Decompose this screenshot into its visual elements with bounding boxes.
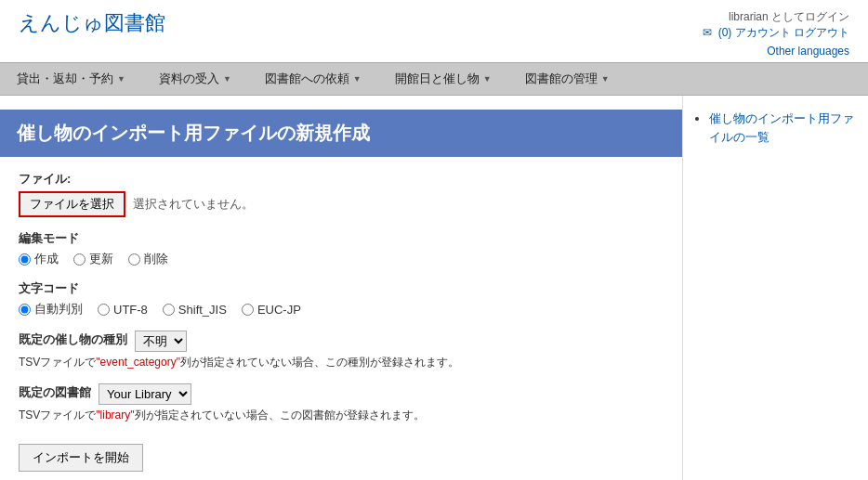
radio-update[interactable]: 更新 (73, 251, 113, 267)
radio-sjis-input[interactable] (163, 304, 175, 316)
char-code-label: 文字コード (19, 280, 664, 297)
radio-utf8[interactable]: UTF-8 (98, 303, 148, 317)
radio-eucjp-label: EUC-JP (257, 303, 301, 317)
nav-item-lending[interactable]: 貸出・返却・予約 ▼ (0, 63, 142, 95)
site-title[interactable]: えんじゅ図書館 (19, 9, 165, 37)
default-library-select[interactable]: Your Library (99, 383, 191, 405)
nav-arrow-acquisition: ▼ (223, 74, 231, 84)
no-file-text: 選択されていません。 (133, 196, 254, 213)
other-languages-link[interactable]: Other languages (703, 45, 849, 58)
content: 催し物のインポート用ファイルの新規作成 ファイル: ファイルを選択 選択されてい… (0, 96, 682, 480)
library-note-prefix: TSVファイルで (19, 409, 96, 422)
mail-icon: ✉ (703, 26, 712, 39)
category-note-suffix: 列が指定されていない場合、この種別が登録されます。 (180, 356, 459, 369)
radio-eucjp[interactable]: EUC-JP (242, 303, 301, 317)
radio-eucjp-input[interactable] (242, 304, 254, 316)
nav-item-acquisition[interactable]: 資料の受入 ▼ (142, 63, 248, 95)
nav-arrow-request: ▼ (353, 74, 362, 84)
radio-delete-input[interactable] (128, 253, 140, 266)
radio-create-label: 作成 (34, 251, 59, 267)
nav-arrow-events: ▼ (483, 74, 492, 84)
radio-utf8-label: UTF-8 (113, 303, 148, 317)
nav-label-acquisition: 資料の受入 (159, 71, 219, 87)
main: 催し物のインポート用ファイルの新規作成 ファイル: ファイルを選択 選択されてい… (0, 96, 868, 480)
default-category-label: 既定の催し物の種別 (19, 331, 127, 348)
navbar: 貸出・返却・予約 ▼ 資料の受入 ▼ 図書館への依頼 ▼ 開館日と催し物 ▼ 図… (0, 62, 868, 96)
radio-sjis[interactable]: Shift_JIS (163, 303, 227, 317)
file-row: ファイルを選択 選択されていません。 (19, 191, 664, 217)
default-library-section: 既定の図書館 Your Library TSVファイルで"library"列が指… (19, 383, 664, 423)
default-category-select[interactable]: 不明 (135, 331, 187, 352)
library-note-column: "library" (96, 409, 134, 422)
nav-item-request[interactable]: 図書館への依頼 ▼ (248, 63, 378, 95)
header: えんじゅ図書館 librarian としてログイン ✉ (0) アカウント ログ… (0, 0, 868, 62)
messages-link[interactable]: (0) (718, 26, 732, 39)
page-title: 催し物のインポート用ファイルの新規作成 (0, 110, 682, 157)
import-button[interactable]: インポートを開始 (19, 444, 143, 472)
default-category-section: 既定の催し物の種別 不明 TSVファイルで"event_category"列が指… (19, 331, 664, 370)
nav-label-management: 図書館の管理 (525, 71, 598, 87)
nav-arrow-management: ▼ (601, 74, 610, 84)
import-section: インポートを開始 (19, 436, 664, 472)
library-note-suffix: 列が指定されていない場合、この図書館が登録されます。 (135, 409, 425, 422)
sidebar: 催し物のインポート用ファイルの一覧 (682, 96, 868, 480)
nav-label-events: 開館日と催し物 (395, 71, 480, 87)
sidebar-link-import-list[interactable]: 催し物のインポート用ファイルの一覧 (709, 111, 854, 144)
file-label: ファイル: (19, 171, 664, 188)
logout-link[interactable]: ログアウト (794, 26, 849, 39)
edit-mode-group: 作成 更新 削除 (19, 251, 664, 267)
char-code-section: 文字コード 自動判別 UTF-8 Shift_JIS EUC-JP (19, 280, 664, 318)
library-note: TSVファイルで"library"列が指定されていない場合、この図書館が登録され… (19, 408, 664, 423)
sidebar-list: 催し物のインポート用ファイルの一覧 (692, 110, 859, 146)
librarian-name: librarian としてログイン (729, 10, 849, 23)
category-note-prefix: TSVファイルで (19, 356, 96, 369)
category-note: TSVファイルで"event_category"列が指定されていない場合、この種… (19, 355, 664, 370)
nav-item-events[interactable]: 開館日と催し物 ▼ (378, 63, 508, 95)
list-item: 催し物のインポート用ファイルの一覧 (709, 110, 859, 146)
radio-sjis-label: Shift_JIS (178, 303, 227, 317)
nav-arrow-lending: ▼ (117, 74, 125, 84)
radio-update-label: 更新 (89, 251, 113, 267)
file-choose-button[interactable]: ファイルを選択 (19, 191, 125, 217)
account-link[interactable]: アカウント (735, 26, 791, 39)
radio-create-input[interactable] (19, 253, 31, 266)
user-info: librarian としてログイン ✉ (0) アカウント ログアウト Othe… (703, 9, 849, 58)
radio-auto[interactable]: 自動判別 (19, 301, 83, 318)
radio-create[interactable]: 作成 (19, 251, 59, 267)
nav-item-management[interactable]: 図書館の管理 ▼ (508, 63, 626, 95)
edit-mode-label: 編集モード (19, 230, 664, 247)
user-links: ✉ (0) アカウント ログアウト (703, 25, 849, 41)
edit-mode-section: 編集モード 作成 更新 削除 (19, 230, 664, 267)
category-note-column: "event_category" (96, 356, 180, 369)
char-code-group: 自動判別 UTF-8 Shift_JIS EUC-JP (19, 301, 664, 318)
radio-auto-input[interactable] (19, 304, 31, 316)
radio-update-input[interactable] (73, 253, 85, 266)
file-section: ファイル: ファイルを選択 選択されていません。 (19, 171, 664, 217)
radio-auto-label: 自動判別 (34, 301, 83, 318)
radio-delete-label: 削除 (144, 251, 168, 267)
default-library-label: 既定の図書館 (19, 384, 91, 401)
nav-label-request: 図書館への依頼 (265, 71, 349, 87)
user-login-text: librarian としてログイン (703, 9, 849, 25)
nav-label-lending: 貸出・返却・予約 (17, 71, 113, 87)
radio-delete[interactable]: 削除 (128, 251, 168, 267)
radio-utf8-input[interactable] (98, 304, 110, 316)
